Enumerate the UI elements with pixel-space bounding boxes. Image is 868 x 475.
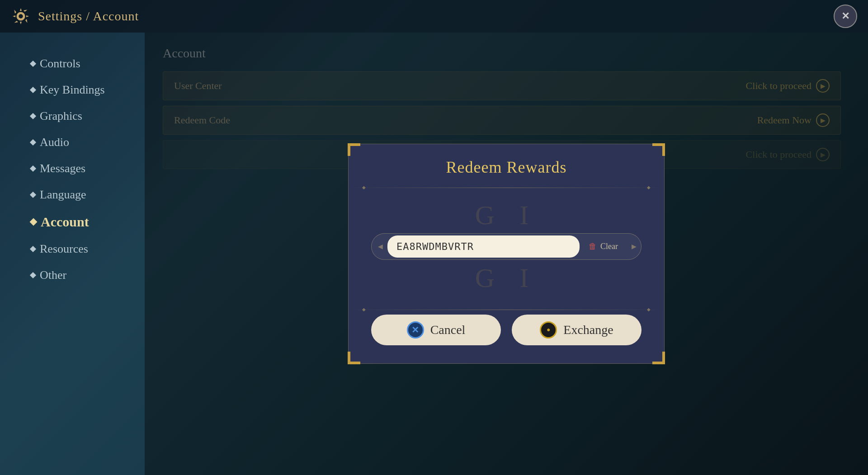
clear-button[interactable]: 🗑 Clear <box>580 238 627 255</box>
sidebar-item-messages[interactable]: Messages <box>27 155 136 182</box>
diamond-icon <box>30 87 36 93</box>
exchange-button[interactable]: ● Exchange <box>512 315 642 345</box>
modal-bottom-divider <box>349 310 664 310</box>
gear-icon <box>11 6 31 26</box>
sidebar-item-audio[interactable]: Audio <box>27 129 136 155</box>
diamond-icon <box>30 139 36 146</box>
diamond-icon <box>30 61 36 67</box>
diamond-icon <box>30 165 36 172</box>
diamond-icon <box>30 272 36 278</box>
close-button[interactable]: ✕ <box>834 5 857 28</box>
modal-body: G I 🗑 Clear G I <box>349 188 664 310</box>
redeem-code-input[interactable] <box>387 235 580 258</box>
modal-watermark: G I <box>371 197 642 233</box>
diamond-icon <box>30 113 36 119</box>
redeem-rewards-modal: Redeem Rewards G I 🗑 Clear <box>348 144 665 364</box>
sidebar-item-controls[interactable]: Controls <box>27 51 136 77</box>
sidebar-item-graphics[interactable]: Graphics <box>27 103 136 129</box>
corner-decoration-br <box>652 352 665 364</box>
corner-decoration-tl <box>348 143 360 156</box>
code-input-row: 🗑 Clear <box>371 233 642 260</box>
modal-buttons: ✕ Cancel ● Exchange <box>349 310 664 345</box>
cancel-button[interactable]: ✕ Cancel <box>371 315 501 345</box>
svg-point-1 <box>18 14 24 19</box>
main-layout: Controls Key Bindings Graphics Audio Mes… <box>0 33 868 475</box>
content-area: Account User Center Click to proceed ▶ R… <box>145 33 868 475</box>
sidebar-item-resources[interactable]: Resources <box>27 236 136 262</box>
sidebar-item-other[interactable]: Other <box>27 262 136 288</box>
exchange-icon: ● <box>540 321 557 339</box>
corner-decoration-tr <box>652 143 665 156</box>
modal-watermark-2: G I <box>371 260 642 296</box>
sidebar-item-language[interactable]: Language <box>27 182 136 208</box>
diamond-icon <box>30 246 36 252</box>
sidebar: Controls Key Bindings Graphics Audio Mes… <box>0 33 145 475</box>
header-title: Settings / Account <box>38 9 139 24</box>
header-bar: Settings / Account ✕ <box>0 0 868 33</box>
sidebar-item-account[interactable]: Account <box>27 208 136 236</box>
diamond-icon <box>30 218 38 226</box>
corner-decoration-bl <box>348 352 360 364</box>
cancel-icon: ✕ <box>407 321 424 339</box>
modal-overlay: Redeem Rewards G I 🗑 Clear <box>145 33 868 475</box>
sidebar-item-key-bindings[interactable]: Key Bindings <box>27 77 136 103</box>
diamond-icon <box>30 192 36 198</box>
modal-title: Redeem Rewards <box>349 144 664 188</box>
trash-icon: 🗑 <box>589 242 597 251</box>
modal-top-divider <box>349 188 664 188</box>
